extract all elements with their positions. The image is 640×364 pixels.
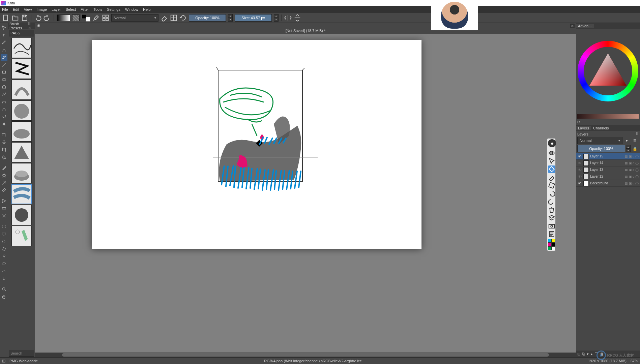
popup-note-icon[interactable] <box>548 230 555 238</box>
menu-edit[interactable]: Edit <box>13 7 19 11</box>
magnetic-select-tool[interactable] <box>1 275 7 282</box>
brush-editor-button[interactable] <box>92 14 100 22</box>
contiguous-select-tool[interactable] <box>1 253 7 260</box>
move-tool[interactable] <box>1 24 7 31</box>
opacity-spin[interactable]: ▴▾ <box>228 14 233 22</box>
advanced-color-tab[interactable]: Advan… <box>576 24 594 28</box>
assistant-tool[interactable] <box>1 179 7 186</box>
layer-flags[interactable]: ▦ ▣ α ◯ <box>625 182 639 185</box>
multibrush-tool[interactable] <box>1 121 7 127</box>
selection-status-icon[interactable]: ◫ <box>2 359 5 363</box>
mirror-v-button[interactable] <box>294 14 301 22</box>
opacity-slider[interactable]: Opacity: 100% <box>189 14 226 22</box>
layer-row[interactable]: 👁 Layer 15 ▦ ▣ α ◯ <box>576 153 640 160</box>
fill-tool[interactable] <box>1 154 7 160</box>
rect-select-tool[interactable] <box>1 223 7 230</box>
menu-window[interactable]: Window <box>125 7 138 11</box>
pan-tool[interactable] <box>1 293 7 300</box>
layer-opacity-spin[interactable]: ▴▾ <box>626 145 631 152</box>
ellipse-tool[interactable] <box>1 76 7 83</box>
popup-trash-icon[interactable] <box>548 206 555 213</box>
color-history-strip[interactable] <box>577 114 639 119</box>
rectangle-tool[interactable] <box>1 69 7 75</box>
eraser-toggle[interactable] <box>161 14 168 22</box>
close-tab-button[interactable]: ✕ <box>570 24 575 28</box>
menu-help[interactable]: Help <box>143 7 151 11</box>
layers-tab[interactable]: Layers <box>576 126 591 130</box>
popup-undo-icon[interactable] <box>548 190 555 197</box>
smart-fill-tool[interactable] <box>1 172 7 179</box>
reference-tool[interactable] <box>1 198 7 204</box>
layer-flags[interactable]: ▦ ▣ α ◯ <box>625 168 639 172</box>
ellipse-select-tool[interactable] <box>1 231 7 237</box>
calligraphy-tool[interactable] <box>1 47 7 53</box>
polygon-tool[interactable] <box>1 84 7 90</box>
popup-eye-icon[interactable] <box>548 149 555 157</box>
layer-blend-select[interactable]: Normal <box>577 137 622 144</box>
zoom-tool[interactable] <box>1 286 7 293</box>
brush-preset-thumb[interactable] <box>11 80 32 100</box>
transform-layer-tool[interactable] <box>1 146 7 153</box>
popup-diamond-icon[interactable] <box>548 165 555 173</box>
alpha-lock-toggle[interactable] <box>170 14 177 22</box>
document-tab[interactable]: [Not Saved] (18.7 MiB) * <box>286 29 326 33</box>
freehand-brush-tool[interactable] <box>1 54 7 61</box>
fg-bg-colors[interactable] <box>82 14 90 22</box>
brush-preset-thumb[interactable] <box>11 59 32 79</box>
measure-tool[interactable] <box>1 187 7 193</box>
freehand-path-tool[interactable] <box>1 106 7 113</box>
layer-flags[interactable]: ▦ ▣ α ◯ <box>625 155 639 158</box>
crop-tool[interactable] <box>1 131 7 138</box>
move-layer-tool[interactable] <box>1 139 7 146</box>
menu-filter[interactable]: Filter <box>81 7 89 11</box>
visibility-icon[interactable]: 👁 <box>577 161 582 165</box>
layers-menu-icon[interactable]: ⠿ <box>636 132 639 136</box>
visibility-icon[interactable]: 👁 <box>577 175 582 179</box>
horizontal-scrollbar[interactable] <box>35 353 576 357</box>
popup-redo-icon[interactable] <box>548 198 555 205</box>
brush-preset-thumb[interactable] <box>11 163 32 183</box>
visibility-icon[interactable]: 👁 <box>577 181 582 185</box>
brush-preset-thumb[interactable] <box>11 184 32 204</box>
popup-pointer-icon[interactable] <box>548 157 555 165</box>
save-doc-button[interactable] <box>21 14 28 22</box>
layer-row[interactable]: 👁 Layer 12 ▦ ▣ α ◯ <box>576 173 640 180</box>
redo-button[interactable] <box>43 14 51 22</box>
pattern-swatch[interactable] <box>72 14 80 21</box>
brush-preset-thumb[interactable] <box>11 142 32 162</box>
panel-menu-icon[interactable]: ⠿ ✕ <box>28 22 33 30</box>
color-triangle[interactable] <box>589 53 627 86</box>
popup-color-swatches[interactable] <box>548 239 555 250</box>
add-layer-button[interactable]: ⊞ <box>577 352 580 356</box>
layer-lock-button[interactable]: 🔒 <box>631 145 639 152</box>
canvas[interactable] <box>92 40 421 249</box>
brush-preset-thumb[interactable] <box>11 38 32 58</box>
menu-file[interactable]: File <box>2 7 8 11</box>
gradient-swatch[interactable] <box>57 14 70 21</box>
size-slider[interactable]: Size: 43.57 px <box>235 14 272 22</box>
layer-opacity-slider[interactable]: Opacity: 100% <box>577 145 625 152</box>
move-up-button[interactable]: ▴ <box>591 352 593 356</box>
menu-image[interactable]: Image <box>36 7 47 11</box>
duplicate-layer-button[interactable]: ⎘ <box>582 352 585 356</box>
visibility-icon[interactable]: 👁 <box>577 154 582 158</box>
new-doc-button[interactable] <box>2 14 9 22</box>
brush-search-input[interactable]: Search <box>9 350 34 357</box>
popup-brush-icon[interactable] <box>548 174 555 181</box>
poly-select-tool[interactable] <box>1 245 7 252</box>
popup-palette[interactable]: ◆ <box>547 138 556 251</box>
polyline-tool[interactable] <box>1 91 7 98</box>
gradient-tool[interactable] <box>1 205 7 212</box>
dynamic-brush-tool[interactable] <box>1 113 7 120</box>
layer-flags[interactable]: ▦ ▣ α ◯ <box>625 161 639 165</box>
workspace-button[interactable] <box>102 14 109 22</box>
transform-tool[interactable]: T <box>1 32 7 38</box>
size-spin[interactable]: ▴▾ <box>274 14 279 22</box>
menu-layer[interactable]: Layer <box>52 7 61 11</box>
popup-eraser-icon[interactable] <box>548 182 555 189</box>
blend-mode-select[interactable]: Normal <box>111 14 158 22</box>
line-tool[interactable] <box>1 61 7 68</box>
brush-preset-thumb[interactable] <box>11 226 32 246</box>
layer-row[interactable]: 👁 Layer 13 ▦ ▣ α ◯ <box>576 166 640 173</box>
brush-tag-filter[interactable]: PABS <box>9 30 34 36</box>
